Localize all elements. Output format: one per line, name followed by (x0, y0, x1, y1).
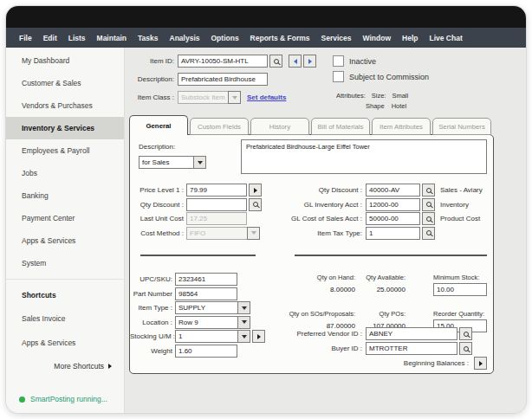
gl-inventory-lookup-button[interactable] (422, 198, 435, 211)
general-tab-panel: Description: for Sales Prefabricated Bir… (129, 134, 494, 374)
menu-edit[interactable]: Edit (43, 34, 57, 42)
gl-cos-row: GL Cost of Sales Acct : 50000-00 Product… (269, 212, 480, 225)
attribute-size-value: Small (392, 92, 408, 100)
menu-analysis[interactable]: Analysis (170, 34, 200, 42)
beginning-balances-button[interactable] (474, 357, 487, 370)
price-level-input[interactable]: 79.99 (186, 184, 247, 197)
gl-cos-label: GL Cost of Sales Acct : (269, 215, 362, 222)
description-input[interactable]: Prefabricated Birdhouse (178, 73, 268, 86)
record-prev-button[interactable] (289, 55, 302, 68)
part-number-input[interactable]: 98564 (175, 287, 237, 300)
menu-file[interactable]: File (19, 34, 32, 42)
sidebar-item-apps-services[interactable]: Apps & Services (6, 229, 124, 252)
preferred-vendor-lookup-button[interactable] (459, 327, 472, 340)
location-label: Location : (130, 319, 172, 326)
search-icon (253, 202, 258, 207)
sales-description-textarea[interactable]: Prefabricated Birdhouse-Large Eiffel Tow… (241, 139, 487, 174)
more-shortcuts-link[interactable]: More Shortcuts (6, 355, 124, 377)
commission-checkbox[interactable] (333, 71, 344, 82)
sidebar-item-customer-sales[interactable]: Customer & Sales (6, 72, 124, 94)
item-id-input[interactable]: AVRY-10050-SM-HTL (178, 55, 268, 68)
sidebar-item-employees-payroll[interactable]: Employees & Payroll (6, 139, 124, 162)
gl-sales-input[interactable]: 40000-AV (366, 184, 420, 197)
gl-cos-input[interactable]: 50000-00 (366, 212, 420, 225)
tab-serial-numbers[interactable]: Serial Numbers (432, 118, 491, 135)
gl-inventory-row: GL Inventory Acct : 12000-00 Inventory (269, 198, 469, 211)
qty-available-value: 25.00000 (355, 286, 405, 293)
gl-inventory-input[interactable]: 12000-00 (366, 198, 420, 211)
chevron-down-icon (242, 306, 247, 310)
sidebar-item-inventory-services[interactable]: Inventory & Services (6, 117, 124, 139)
item-type-dropdown[interactable] (237, 301, 250, 314)
weight-input[interactable]: 1.60 (175, 345, 237, 358)
menu-help[interactable]: Help (402, 34, 418, 42)
tab-custom-fields[interactable]: Custom Fields (190, 118, 249, 135)
menu-reports-forms[interactable]: Reports & Forms (250, 34, 310, 42)
item-class-dropdown-icon (228, 91, 241, 104)
tab-bill-of-materials[interactable]: Bill of Materials (311, 118, 370, 135)
arrow-right-icon (257, 334, 261, 339)
item-id-lookup-button[interactable] (269, 55, 282, 68)
search-icon (464, 346, 469, 351)
stocking-um-detail-button[interactable] (252, 330, 265, 343)
tab-item-attributes[interactable]: Item Attributes (372, 118, 431, 135)
item-tax-type-lookup-button[interactable] (422, 227, 435, 240)
shortcut-apps-services[interactable]: Apps & Services (6, 331, 124, 355)
record-next-button[interactable] (303, 55, 316, 68)
item-type-select[interactable]: SUPPLY (175, 301, 237, 314)
buyer-id-lookup-button[interactable] (459, 342, 472, 355)
sidebar-item-vendors-purchases[interactable]: Vendors & Purchases (6, 94, 124, 117)
upc-sku-row: UPC/SKU: 2323461 (130, 273, 237, 286)
menu-services[interactable]: Services (321, 34, 352, 42)
menu-options[interactable]: Options (211, 34, 239, 42)
search-icon (426, 230, 431, 235)
window-titlebar[interactable] (6, 6, 526, 28)
right-section-divider (295, 255, 487, 256)
tab-history[interactable]: History (250, 118, 309, 135)
item-tax-type-input[interactable]: 1 (366, 227, 420, 240)
qty-discount-input[interactable] (186, 198, 247, 211)
inactive-checkbox[interactable] (333, 55, 344, 67)
part-number-row: Part Number 98564 (130, 287, 237, 300)
minimum-stock-input[interactable]: 10.00 (433, 283, 487, 296)
search-icon (426, 216, 431, 222)
buyer-id-input[interactable]: MTROTTER (366, 342, 457, 355)
sidebar-item-jobs[interactable]: Jobs (6, 162, 124, 184)
gl-sales-lookup-button[interactable] (422, 184, 435, 197)
menu-window[interactable]: Window (363, 34, 392, 42)
location-select[interactable]: Row 9 (175, 316, 237, 329)
tab-general[interactable]: General (129, 115, 188, 135)
buyer-id-row: Buyer ID : MTROTTER (269, 342, 472, 355)
item-tax-type-row: Item Tax Type: 1 (269, 227, 435, 240)
preferred-vendor-input[interactable]: ABNEY (366, 327, 457, 340)
price-level-detail-button[interactable] (249, 184, 262, 197)
stocking-um-select[interactable]: 1 (175, 330, 237, 343)
upc-sku-input[interactable]: 2323461 (175, 273, 237, 286)
search-icon (464, 332, 469, 337)
menu-tasks[interactable]: Tasks (138, 34, 158, 42)
sidebar-item-my-dashboard[interactable]: My Dashboard (6, 49, 124, 72)
minimum-stock-cell: 10.00 (405, 283, 489, 296)
qty-discount-lookup-button[interactable] (249, 198, 262, 211)
description-mode-select[interactable]: for Sales (139, 156, 206, 169)
cost-method-select: FIFO (186, 227, 247, 240)
sidebar-item-payment-center[interactable]: Payment Center (6, 207, 124, 229)
gl-cos-lookup-button[interactable] (422, 212, 435, 225)
menu-maintain[interactable]: Maintain (97, 34, 127, 42)
menu-live-chat[interactable]: Live Chat (429, 34, 462, 42)
location-dropdown[interactable] (237, 316, 250, 329)
shortcut-sales-invoice[interactable]: Sales Invoice (6, 306, 124, 331)
gl-sales-label: Qty Discount : (269, 186, 362, 194)
item-class-select: Substock Item (178, 91, 228, 104)
sidebar-item-system[interactable]: System (6, 252, 124, 274)
more-shortcuts-label: More Shortcuts (54, 362, 104, 371)
menu-lists[interactable]: Lists (68, 34, 86, 42)
smartposting-status[interactable]: SmartPosting running... (19, 395, 107, 403)
sidebar-item-banking[interactable]: Banking (6, 184, 124, 207)
description-mode-dropdown[interactable] (193, 156, 206, 169)
price-level-row: Price Level 1 : 79.99 (130, 184, 262, 197)
left-section-divider (140, 255, 256, 256)
set-defaults-link[interactable]: Set defaults (247, 93, 286, 101)
stocking-um-dropdown[interactable] (237, 330, 250, 343)
location-row: Location : Row 9 (130, 316, 250, 329)
